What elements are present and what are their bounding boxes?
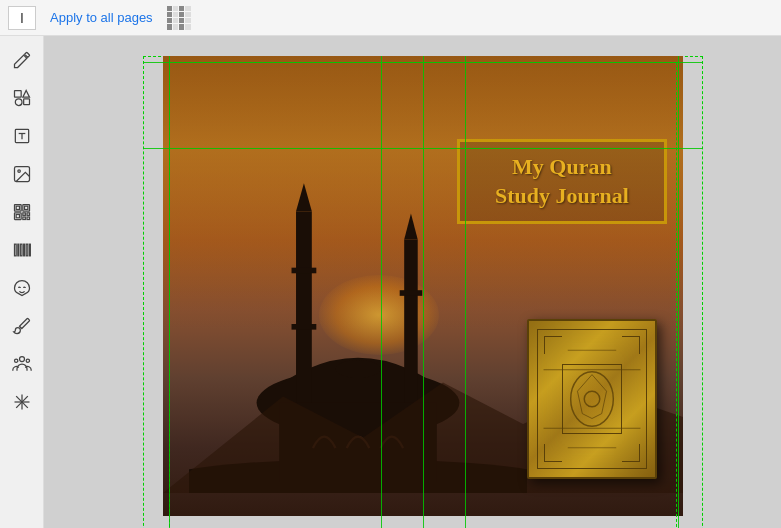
svg-rect-0 — [14, 91, 21, 98]
book-corner-br — [622, 444, 640, 462]
svg-rect-18 — [27, 217, 30, 220]
svg-rect-38 — [291, 268, 316, 274]
quran-book — [527, 319, 657, 479]
barcode-icon — [12, 240, 32, 260]
svg-rect-15 — [22, 213, 25, 216]
shapes-icon — [12, 88, 32, 108]
edit-tool-button[interactable] — [6, 44, 38, 76]
svg-rect-17 — [22, 217, 25, 220]
text-icon — [12, 126, 32, 146]
image-icon — [12, 164, 32, 184]
svg-rect-20 — [17, 244, 18, 256]
svg-rect-2 — [23, 99, 29, 105]
svg-point-41 — [335, 360, 380, 378]
qr-tool-button[interactable] — [6, 196, 38, 228]
svg-rect-24 — [29, 244, 30, 256]
qr-icon — [12, 202, 32, 222]
edit-icon — [12, 50, 32, 70]
svg-point-25 — [19, 357, 24, 362]
svg-rect-23 — [26, 244, 28, 256]
paint-tool-button[interactable] — [6, 310, 38, 342]
page-canvas[interactable]: My Quran Study Journal — [143, 56, 703, 528]
svg-rect-19 — [14, 244, 16, 256]
paint-icon — [12, 316, 32, 336]
svg-point-1 — [15, 99, 22, 106]
toolbar: I Apply to all pages — [0, 0, 781, 36]
svg-rect-10 — [22, 205, 29, 212]
svg-rect-22 — [23, 244, 24, 256]
svg-rect-11 — [24, 206, 27, 209]
svg-point-27 — [26, 359, 29, 362]
crowd-icon — [12, 354, 32, 374]
cover-background: My Quran Study Journal — [163, 56, 683, 516]
canvas-area: My Quran Study Journal — [44, 36, 781, 528]
svg-point-7 — [17, 170, 19, 173]
svg-rect-34 — [296, 211, 312, 414]
shapes-tool-button[interactable] — [6, 82, 38, 114]
cursor-tool-box[interactable]: I — [8, 6, 36, 30]
grid-icon — [12, 392, 32, 412]
svg-marker-37 — [404, 214, 418, 240]
main-area: My Quran Study Journal — [0, 36, 781, 528]
cursor-icon: I — [20, 11, 24, 25]
svg-rect-42 — [279, 403, 437, 482]
svg-rect-9 — [16, 206, 19, 209]
mask-tool-button[interactable] — [6, 272, 38, 304]
left-sidebar — [0, 36, 44, 528]
svg-rect-21 — [20, 244, 22, 256]
svg-rect-13 — [16, 215, 19, 218]
apply-all-pages-button[interactable]: Apply to all pages — [44, 6, 159, 29]
book-corner-tr — [622, 336, 640, 354]
title-box[interactable]: My Quran Study Journal — [457, 139, 667, 224]
grid-tool-button[interactable] — [6, 386, 38, 418]
book-corner-tl — [544, 336, 562, 354]
svg-rect-39 — [291, 324, 316, 330]
text-tool-button[interactable] — [6, 120, 38, 152]
svg-rect-8 — [14, 205, 21, 212]
svg-rect-36 — [404, 240, 418, 415]
quran-book-cover — [527, 319, 657, 479]
svg-rect-12 — [14, 213, 21, 220]
crowd-tool-button[interactable] — [6, 348, 38, 380]
svg-marker-35 — [296, 183, 312, 211]
svg-point-26 — [14, 359, 17, 362]
svg-rect-40 — [399, 290, 422, 296]
book-ornament — [562, 364, 622, 434]
pattern-button[interactable] — [167, 6, 191, 30]
svg-rect-16 — [27, 213, 30, 216]
cover-image[interactable]: My Quran Study Journal — [163, 56, 683, 516]
image-tool-button[interactable] — [6, 158, 38, 190]
barcode-tool-button[interactable] — [6, 234, 38, 266]
mask-icon — [12, 278, 32, 298]
book-corner-bl — [544, 444, 562, 462]
cover-title: My Quran Study Journal — [474, 152, 650, 211]
